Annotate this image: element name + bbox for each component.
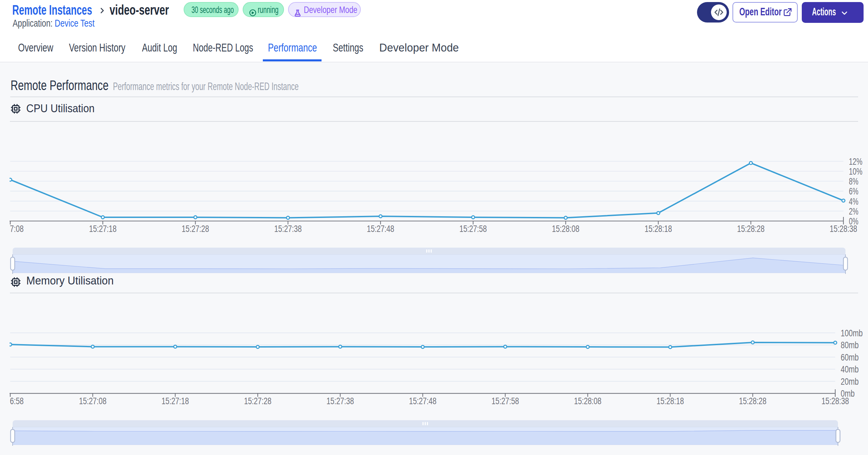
svg-text:15:27:38: 15:27:38 — [327, 396, 354, 406]
svg-text:6%: 6% — [849, 186, 858, 196]
svg-text:15:28:08: 15:28:08 — [574, 396, 601, 406]
svg-text:15:27:58: 15:27:58 — [459, 223, 487, 234]
svg-text:15:27:18: 15:27:18 — [161, 396, 189, 406]
svg-text:15:28:18: 15:28:18 — [644, 223, 672, 234]
svg-text:15:27:18: 15:27:18 — [89, 223, 116, 234]
svg-text:15:27:28: 15:27:28 — [182, 223, 209, 234]
svg-text:0mb: 0mb — [841, 388, 855, 399]
svg-text:15:28:28: 15:28:28 — [739, 396, 766, 406]
svg-text:4%: 4% — [849, 196, 858, 207]
svg-text:15:27:58: 15:27:58 — [492, 396, 519, 406]
svg-text:6:58: 6:58 — [10, 396, 24, 406]
svg-text:15:28:28: 15:28:28 — [737, 223, 765, 234]
svg-text:15:28:08: 15:28:08 — [552, 223, 579, 234]
svg-text:80mb: 80mb — [841, 340, 859, 350]
svg-text:15:27:08: 15:27:08 — [79, 396, 106, 406]
svg-text:15:27:28: 15:27:28 — [244, 396, 271, 406]
svg-text:15:27:48: 15:27:48 — [409, 396, 436, 406]
svg-text:7:08: 7:08 — [10, 223, 24, 234]
svg-text:40mb: 40mb — [841, 364, 859, 375]
svg-text:12%: 12% — [849, 156, 863, 167]
svg-text:15:27:48: 15:27:48 — [367, 223, 394, 234]
svg-text:0%: 0% — [849, 216, 858, 226]
svg-text:100mb: 100mb — [841, 328, 863, 338]
svg-text:10%: 10% — [849, 166, 863, 177]
svg-text:20mb: 20mb — [841, 376, 859, 387]
svg-text:2%: 2% — [849, 206, 858, 217]
svg-text:60mb: 60mb — [841, 352, 859, 363]
svg-text:15:28:18: 15:28:18 — [656, 396, 684, 406]
svg-text:8%: 8% — [849, 176, 858, 187]
svg-text:15:27:38: 15:27:38 — [274, 223, 302, 234]
